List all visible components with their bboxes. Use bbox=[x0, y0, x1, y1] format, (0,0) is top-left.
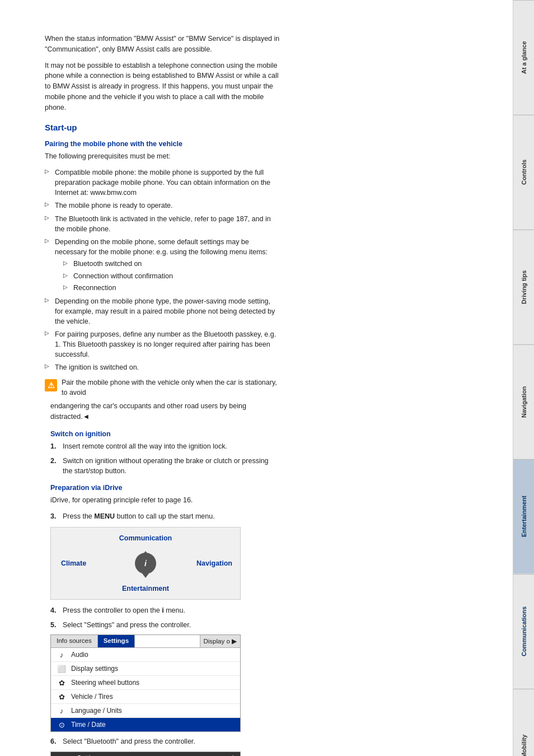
bullet-item: Depending on the mobile phone type, the … bbox=[45, 296, 280, 326]
sub-bullet-item: Reconnection bbox=[63, 283, 280, 293]
intro-paragraph-2: It may not be possible to establish a te… bbox=[45, 60, 280, 113]
settings-item-display: ⬜ Display settings bbox=[51, 662, 240, 676]
settings-header: Info sources Settings Display o ▶ bbox=[51, 635, 240, 648]
warning-box: ⚠ Pair the mobile phone with the vehicle… bbox=[45, 378, 280, 398]
ignition-steps-list: Insert remote control all the way into t… bbox=[50, 441, 280, 476]
sub-bullet-item: Connection without confirmation bbox=[63, 272, 280, 282]
menu-diagram: Communication Climate i Navigation Enter… bbox=[50, 527, 241, 600]
warning-icon: ⚠ bbox=[45, 379, 57, 391]
bullet-item: For pairing purposes, define any number … bbox=[45, 329, 280, 360]
bluetooth-menu-box: ◄ ✓⊟ Settings ▶ ⬆ ✿ Vehicle / Tires ♪ La… bbox=[50, 752, 241, 757]
step-3: Press the MENU button to call up the sta… bbox=[50, 511, 280, 521]
sub-bullets-list: Bluetooth switched on Connection without… bbox=[55, 259, 280, 293]
settings-item-audio: ♪ Audio bbox=[51, 648, 240, 662]
time-icon: ⊙ bbox=[55, 720, 68, 730]
sidebar-tab-controls[interactable]: Controls bbox=[513, 115, 534, 230]
tab-display: Display o ▶ bbox=[200, 635, 241, 647]
main-steps-list: Press the MENU button to call up the sta… bbox=[50, 511, 280, 521]
audio-icon: ♪ bbox=[55, 650, 68, 660]
step-item: Switch on ignition without operating the… bbox=[50, 456, 280, 476]
step-item: Insert remote control all the way into t… bbox=[50, 441, 280, 451]
step-4: Press the controller to open the i menu. bbox=[50, 605, 280, 615]
sidebar-tab-mobility[interactable]: Mobility bbox=[513, 689, 534, 756]
sidebar-tab-at-a-glance[interactable]: At a glance bbox=[513, 0, 534, 115]
bullet-item: The Bluetooth link is activated in the v… bbox=[45, 214, 280, 234]
language-icon: ♪ bbox=[55, 706, 68, 716]
warning-text: Pair the mobile phone with the vehicle o… bbox=[62, 378, 280, 398]
arrow-down-icon bbox=[142, 573, 149, 578]
step4-list: Press the controller to open the i menu.… bbox=[50, 605, 280, 630]
tab-settings: Settings bbox=[98, 635, 135, 647]
switch-ignition-title: Switch on ignition bbox=[50, 430, 280, 438]
sidebar-tab-navigation[interactable]: Navigation bbox=[513, 344, 534, 459]
bluetooth-scroll-icon: ⬆ bbox=[230, 754, 236, 757]
sidebar-tab-driving-tips[interactable]: Driving tips bbox=[513, 230, 534, 344]
menu-label-communication: Communication bbox=[119, 534, 172, 542]
bullet-item: Compatible mobile phone: the mobile phon… bbox=[45, 167, 280, 198]
vehicle-icon: ✿ bbox=[55, 692, 68, 702]
prep-idrive-text: iDrive, for operating principle refer to… bbox=[50, 495, 280, 506]
sub-bullet-item: Bluetooth switched on bbox=[63, 259, 280, 269]
bullet-item: The mobile phone is ready to operate. bbox=[45, 200, 280, 211]
step6-list: Select "Bluetooth" and press the control… bbox=[50, 736, 280, 746]
step-6: Select "Bluetooth" and press the control… bbox=[50, 736, 280, 746]
pairing-intro-text: The following prerequisites must be met: bbox=[45, 151, 280, 162]
continuation-text: endangering the car's occupants and othe… bbox=[50, 401, 280, 422]
steering-icon: ✿ bbox=[55, 678, 68, 688]
display-icon: ⬜ bbox=[55, 664, 68, 674]
menu-label-entertainment: Entertainment bbox=[122, 585, 169, 592]
menu-label-navigation: Navigation bbox=[196, 559, 232, 567]
menu-label-climate: Climate bbox=[61, 559, 86, 567]
bullet-item: The ignition is switched on. bbox=[45, 362, 280, 372]
sidebar-tab-entertainment[interactable]: Entertainment bbox=[513, 459, 534, 574]
settings-menu-box: Info sources Settings Display o ▶ ♪ Audi… bbox=[50, 634, 241, 732]
settings-item-time: ⊙ Time / Date bbox=[51, 718, 240, 731]
sidebar-tabs: At a glance Controls Driving tips Naviga… bbox=[513, 0, 534, 756]
settings-item-vehicle: ✿ Vehicle / Tires bbox=[51, 690, 240, 704]
pairing-bullets-list: Compatible mobile phone: the mobile phon… bbox=[45, 167, 280, 372]
tab-info-sources: Info sources bbox=[51, 635, 98, 647]
intro-paragraph-1: When the status information "BMW Assist"… bbox=[45, 34, 280, 55]
sidebar-tab-communications[interactable]: Communications bbox=[513, 574, 534, 689]
menu-center-icon: i bbox=[135, 553, 156, 574]
step-5: Select "Settings" and press the controll… bbox=[50, 620, 280, 630]
bullet-item: Depending on the mobile phone, some defa… bbox=[45, 237, 280, 293]
settings-item-steering: ✿ Steering wheel buttons bbox=[51, 676, 240, 690]
subsection-pairing-title: Pairing the mobile phone with the vehicl… bbox=[45, 140, 280, 148]
settings-item-language: ♪ Language / Units bbox=[51, 704, 240, 718]
section-title: Start-up bbox=[45, 123, 280, 132]
prep-idrive-title: Preparation via iDrive bbox=[50, 484, 280, 492]
bluetooth-header: ◄ ✓⊟ Settings ▶ ⬆ bbox=[51, 752, 240, 757]
